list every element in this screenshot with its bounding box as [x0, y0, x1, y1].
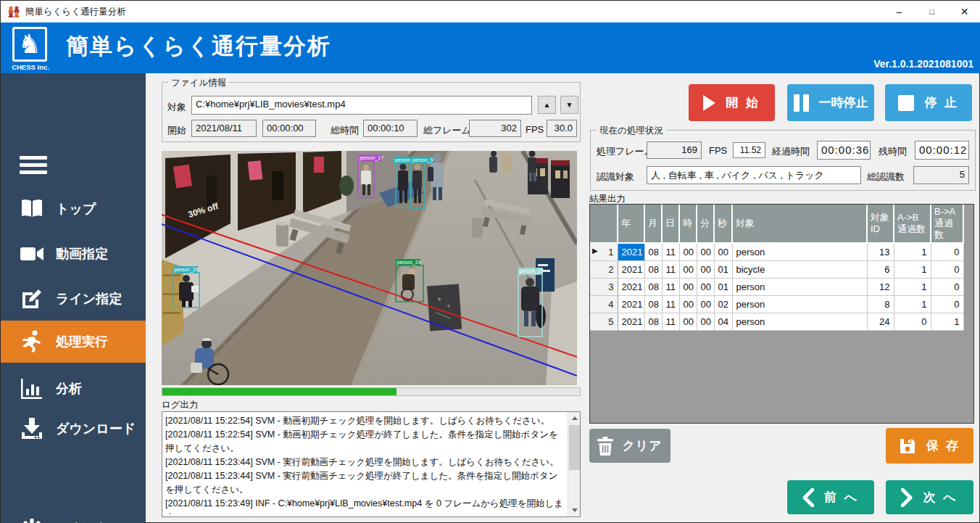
sidebar-item-settings[interactable]: 環境設定: [1, 513, 146, 523]
table-cell[interactable]: 1: [894, 295, 931, 313]
hamburger-menu-icon[interactable]: [20, 156, 47, 178]
stop-button[interactable]: 停 止: [885, 84, 972, 121]
sidebar-item-process-run[interactable]: 処理実行: [1, 321, 146, 363]
table-cell[interactable]: 6: [867, 260, 894, 278]
table-cell[interactable]: 02: [714, 295, 732, 313]
col-target[interactable]: 対象: [732, 205, 867, 243]
table-cell[interactable]: 11: [662, 243, 679, 260]
log-scrollbar[interactable]: [568, 412, 580, 516]
maximize-button[interactable]: □: [915, 1, 948, 22]
col-second[interactable]: 秒: [714, 205, 732, 243]
table-cell[interactable]: 24: [867, 313, 894, 330]
clear-button[interactable]: クリア: [589, 429, 670, 463]
table-cell[interactable]: bicycle: [732, 260, 867, 278]
table-cell[interactable]: 00: [697, 295, 714, 313]
table-cell[interactable]: 1: [894, 243, 931, 260]
save-button[interactable]: 保 存: [886, 428, 973, 464]
table-cell[interactable]: 08: [644, 313, 662, 330]
results-table[interactable]: 年 月 日 時 分 秒 対象 対象 ID A->B 通過数 B->A 通過数 1…: [589, 204, 974, 424]
sidebar-item-line-select[interactable]: ライン指定: [1, 282, 146, 316]
table-cell[interactable]: 00: [679, 295, 697, 313]
targets-field[interactable]: 人 , 自転車 , 車 , バイク , バス , トラック: [647, 166, 861, 184]
table-cell[interactable]: 00: [697, 313, 714, 330]
table-cell[interactable]: person: [732, 243, 867, 260]
table-row[interactable]: 520210811000004person2401: [590, 313, 963, 330]
sidebar-item-top[interactable]: トップ: [1, 192, 146, 226]
table-cell[interactable]: 13: [867, 243, 894, 260]
col-hour[interactable]: 時: [679, 205, 697, 243]
table-cell[interactable]: 2021: [618, 260, 644, 278]
table-cell[interactable]: 0: [931, 295, 963, 313]
table-cell[interactable]: 01: [714, 278, 732, 295]
table-cell[interactable]: 08: [644, 278, 662, 295]
col-year[interactable]: 年: [618, 205, 644, 243]
table-cell[interactable]: 04: [714, 313, 732, 330]
spin-up-button[interactable]: ▲: [538, 96, 556, 114]
target-path-input[interactable]: C:¥home¥prj¥LIB_movies¥test.mp4: [191, 96, 532, 115]
table-cell[interactable]: 2021: [618, 295, 644, 313]
table-cell[interactable]: 08: [644, 295, 662, 313]
table-cell[interactable]: 11: [662, 278, 679, 295]
table-cell[interactable]: 08: [644, 260, 662, 278]
video-preview[interactable]: 30% off: [162, 151, 577, 385]
table-cell[interactable]: 0: [931, 278, 963, 295]
col-day[interactable]: 日: [662, 205, 679, 243]
col-month[interactable]: 月: [644, 205, 662, 243]
sidebar-item-download[interactable]: ダウンロード: [1, 412, 146, 445]
row-header-cell[interactable]: 1▶: [590, 243, 618, 260]
next-button[interactable]: 次 へ: [886, 480, 973, 514]
minimize-button[interactable]: –: [883, 1, 915, 22]
table-cell[interactable]: 00: [697, 260, 714, 278]
table-cell[interactable]: 12: [867, 278, 894, 295]
start-date-field[interactable]: 2021/08/11: [191, 120, 257, 137]
log-output-box[interactable]: [2021/08/11 15:22:54] SVM - 動画初期チェック処理を開…: [162, 411, 581, 517]
table-cell[interactable]: person: [732, 295, 867, 313]
table-cell[interactable]: 01: [714, 260, 732, 278]
table-cell[interactable]: 2021: [618, 243, 644, 260]
col-b-to-a[interactable]: B->A 通過数: [931, 205, 963, 243]
row-header-cell[interactable]: 4: [590, 295, 618, 313]
table-cell[interactable]: 0: [894, 313, 931, 330]
table-cell[interactable]: 00: [679, 313, 697, 330]
pause-button[interactable]: 一時停止: [787, 84, 874, 121]
prev-button[interactable]: 前 へ: [787, 480, 874, 514]
scroll-up-icon[interactable]: [568, 412, 581, 424]
table-cell[interactable]: 00: [679, 243, 697, 260]
row-header-cell[interactable]: 5: [590, 313, 618, 330]
table-cell[interactable]: 8: [867, 295, 894, 313]
table-cell[interactable]: 00: [679, 278, 697, 295]
close-button[interactable]: ✕: [948, 1, 980, 22]
table-cell[interactable]: 0: [931, 243, 963, 260]
table-cell[interactable]: 11: [662, 260, 679, 278]
start-button[interactable]: 開 始: [689, 84, 775, 121]
table-row[interactable]: 420210811000002person810: [590, 295, 963, 313]
table-cell[interactable]: 2021: [618, 278, 644, 295]
scroll-down-icon[interactable]: [568, 504, 581, 516]
table-cell[interactable]: 1: [894, 260, 931, 278]
scrollbar-thumb[interactable]: [569, 425, 580, 470]
col-a-to-b[interactable]: A->B 通過数: [894, 205, 931, 243]
start-time-field[interactable]: 00:00:00: [262, 120, 316, 137]
sidebar-item-video-select[interactable]: 動画指定: [1, 237, 146, 271]
table-cell[interactable]: 00: [714, 243, 732, 260]
table-cell[interactable]: 1: [894, 278, 931, 295]
row-header-cell[interactable]: 3: [590, 278, 618, 295]
table-cell[interactable]: 2021: [618, 313, 644, 330]
table-row[interactable]: 220210811000001bicycle610: [590, 260, 963, 278]
col-target-id[interactable]: 対象 ID: [867, 205, 894, 243]
table-cell[interactable]: 11: [662, 313, 679, 330]
table-cell[interactable]: 00: [697, 243, 714, 260]
col-minute[interactable]: 分: [697, 205, 714, 243]
table-row[interactable]: 320210811000001person1210: [590, 278, 963, 295]
table-cell[interactable]: 1: [931, 313, 963, 330]
table-cell[interactable]: 00: [679, 260, 697, 278]
table-row[interactable]: 1▶20210811000000person1310: [590, 243, 963, 260]
table-cell[interactable]: 0: [931, 260, 963, 278]
table-cell[interactable]: person: [732, 313, 867, 330]
table-cell[interactable]: 11: [662, 295, 679, 313]
table-cell[interactable]: person: [732, 278, 867, 295]
table-cell[interactable]: 00: [697, 278, 714, 295]
row-header-cell[interactable]: 2: [590, 260, 618, 278]
spin-down-button[interactable]: ▼: [560, 96, 578, 114]
sidebar-item-analysis[interactable]: 分析: [1, 372, 146, 405]
